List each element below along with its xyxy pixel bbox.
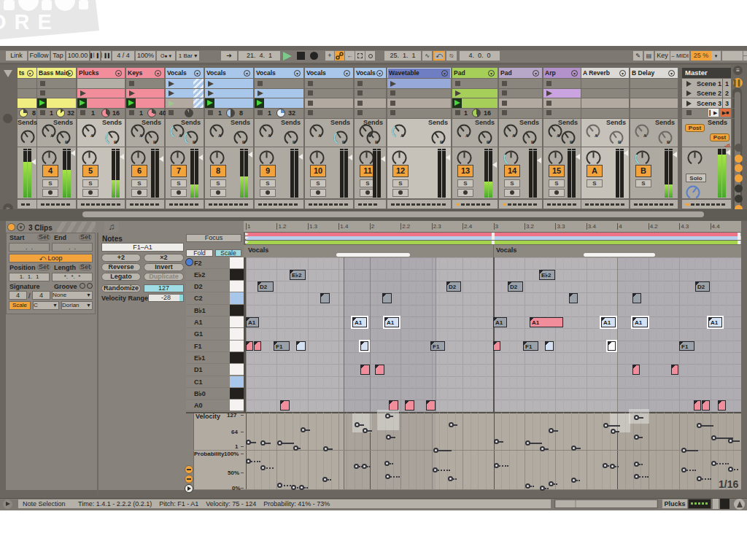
svg-text:ORE: ORE (0, 10, 60, 34)
